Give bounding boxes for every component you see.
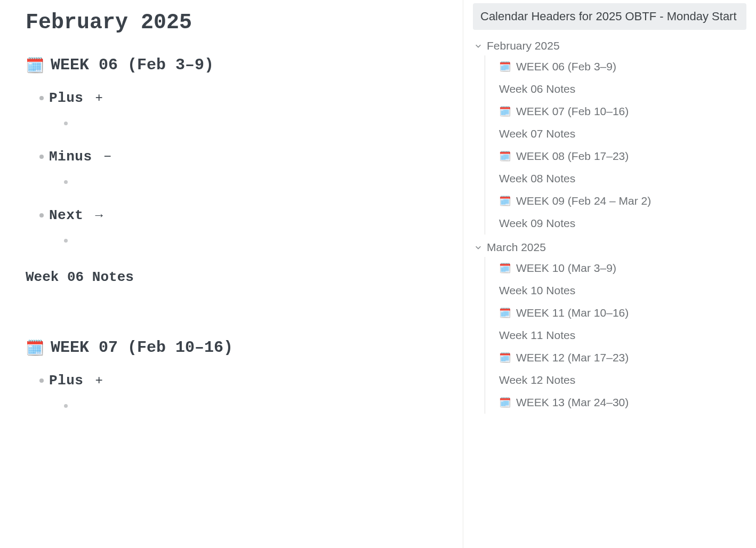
toc-link[interactable]: 🗓️WEEK 11 (Mar 10–16) (499, 302, 746, 324)
list-item[interactable]: Plus + (39, 373, 437, 410)
toc-items: 🗓️WEEK 10 (Mar 3–9) Week 10 Notes 🗓️WEEK… (485, 257, 746, 414)
sub-list[interactable] (64, 118, 437, 127)
toc-link-label: WEEK 12 (Mar 17–23) (516, 351, 629, 364)
toc-link-label: Week 09 Notes (499, 217, 575, 230)
item-label: Minus (49, 149, 92, 165)
toc-section-label: March 2025 (487, 241, 546, 254)
month-heading: February 2025 (26, 11, 437, 35)
bullet-icon (39, 155, 44, 159)
toc-link[interactable]: 🗓️WEEK 08 (Feb 17–23) (499, 145, 746, 167)
toc-section-toggle[interactable]: March 2025 (473, 238, 746, 257)
week-heading-row: 🗓️ WEEK 07 (Feb 10–16) (26, 339, 437, 357)
sub-list[interactable] (64, 400, 437, 410)
outline-sidebar[interactable]: Calendar Headers for 2025 OBTF - Monday … (463, 0, 756, 548)
week-item-list: Plus + (39, 373, 437, 410)
sub-list[interactable] (64, 235, 437, 245)
toc-link[interactable]: Week 08 Notes (499, 167, 746, 190)
toc-link-label: Week 12 Notes (499, 374, 575, 386)
bullet-icon (64, 180, 68, 184)
week-heading: WEEK 07 (Feb 10–16) (51, 339, 233, 357)
toc-link[interactable]: Week 10 Notes (499, 279, 746, 302)
calendar-icon: 🗓️ (499, 195, 511, 207)
toc-link[interactable]: Week 11 Notes (499, 324, 746, 346)
toc-link-label: Week 11 Notes (499, 329, 575, 342)
toc-title[interactable]: Calendar Headers for 2025 OBTF - Monday … (473, 3, 746, 30)
bullet-icon (39, 378, 44, 383)
calendar-icon: 🗓️ (499, 307, 511, 319)
list-item[interactable]: Minus − (39, 149, 437, 186)
toc-link[interactable]: Week 07 Notes (499, 123, 746, 145)
calendar-icon: 🗓️ (26, 339, 44, 357)
toc-section-label: February 2025 (487, 39, 560, 52)
toc-link[interactable]: 🗓️WEEK 06 (Feb 3–9) (499, 55, 746, 78)
toc-link[interactable]: Week 12 Notes (499, 369, 746, 391)
toc-link-label: WEEK 10 (Mar 3–9) (516, 262, 616, 275)
item-symbol: + (95, 91, 102, 106)
toc-link-label: Week 07 Notes (499, 127, 575, 140)
calendar-icon: 🗓️ (499, 61, 511, 72)
toc-section-toggle[interactable]: February 2025 (473, 36, 746, 55)
week-heading-row: 🗓️ WEEK 06 (Feb 3–9) (26, 56, 437, 74)
toc-link-label: WEEK 09 (Feb 24 – Mar 2) (516, 195, 651, 207)
calendar-icon: 🗓️ (499, 106, 511, 117)
chevron-down-icon (474, 42, 482, 50)
toc-link-label: Week 10 Notes (499, 284, 575, 297)
toc-link[interactable]: 🗓️WEEK 10 (Mar 3–9) (499, 257, 746, 279)
notes-heading: Week 06 Notes (26, 269, 437, 285)
calendar-icon: 🗓️ (499, 150, 511, 162)
list-item[interactable]: Next → (39, 207, 437, 245)
item-label: Plus (49, 90, 83, 106)
bullet-icon (64, 239, 68, 243)
toc-link-label: WEEK 13 (Mar 24–30) (516, 396, 629, 409)
toc-items: 🗓️WEEK 06 (Feb 3–9) Week 06 Notes 🗓️WEEK… (485, 55, 746, 235)
calendar-icon: 🗓️ (499, 397, 511, 408)
bullet-icon (39, 213, 44, 217)
toc-link-label: WEEK 08 (Feb 17–23) (516, 150, 629, 163)
bullet-icon (64, 122, 68, 125)
list-item[interactable]: Plus + (39, 90, 437, 127)
toc-link-label: Week 06 Notes (499, 83, 575, 95)
toc-link[interactable]: Week 09 Notes (499, 212, 746, 235)
toc-link[interactable]: 🗓️WEEK 09 (Feb 24 – Mar 2) (499, 190, 746, 212)
chevron-down-icon (474, 243, 482, 252)
bullet-icon (64, 404, 68, 408)
item-symbol: + (95, 374, 102, 388)
toc-section: March 2025 🗓️WEEK 10 (Mar 3–9) Week 10 N… (473, 238, 746, 414)
calendar-icon: 🗓️ (26, 57, 44, 74)
item-symbol: → (95, 208, 102, 223)
toc-section: February 2025 🗓️WEEK 06 (Feb 3–9) Week 0… (473, 36, 746, 235)
editor-main[interactable]: February 2025 🗓️ WEEK 06 (Feb 3–9) Plus … (0, 0, 463, 548)
toc-link[interactable]: 🗓️WEEK 12 (Mar 17–23) (499, 346, 746, 369)
item-label: Plus (49, 373, 83, 389)
toc-link-label: WEEK 06 (Feb 3–9) (516, 60, 616, 73)
week-item-list: Plus + Minus − Next → (39, 90, 437, 245)
toc-link[interactable]: 🗓️WEEK 07 (Feb 10–16) (499, 100, 746, 123)
toc-link-label: WEEK 07 (Feb 10–16) (516, 105, 629, 118)
toc-link-label: Week 08 Notes (499, 172, 575, 185)
bullet-icon (39, 96, 44, 100)
week-heading: WEEK 06 (Feb 3–9) (51, 56, 214, 74)
toc-link-label: WEEK 11 (Mar 10–16) (516, 307, 629, 319)
toc-link[interactable]: Week 06 Notes (499, 78, 746, 100)
toc-link[interactable]: 🗓️WEEK 13 (Mar 24–30) (499, 391, 746, 414)
calendar-icon: 🗓️ (499, 352, 511, 364)
item-symbol: − (104, 150, 111, 164)
sub-list[interactable] (64, 176, 437, 186)
calendar-icon: 🗓️ (499, 262, 511, 274)
item-label: Next (49, 207, 83, 223)
